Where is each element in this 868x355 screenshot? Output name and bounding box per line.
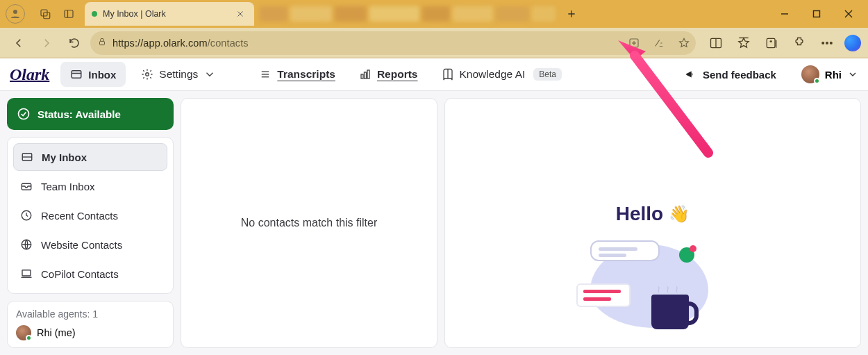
favorite-star-icon[interactable] <box>676 35 692 51</box>
avatar <box>801 65 819 83</box>
online-dot-icon <box>26 335 32 341</box>
shopping-icon[interactable] <box>626 35 642 51</box>
new-tab-button[interactable] <box>561 3 582 24</box>
agents-title: Available agents: 1 <box>16 308 165 320</box>
svg-point-30 <box>19 109 29 119</box>
more-menu-icon[interactable] <box>817 33 837 53</box>
gear-icon <box>141 68 153 81</box>
browser-tab[interactable]: My Inbox | Olark <box>85 2 254 26</box>
agents-card: Available agents: 1 Rhi (me) <box>7 301 174 348</box>
app-header: Olark Inbox Settings Transcripts Reports <box>0 58 868 91</box>
refresh-button[interactable] <box>62 31 86 55</box>
tab-title: My Inbox | Olark <box>103 9 228 19</box>
history-icon <box>20 209 33 222</box>
hello-heading: Hello 👋 <box>616 203 690 225</box>
lock-icon <box>97 37 107 49</box>
avatar <box>16 325 31 340</box>
team-inbox-icon <box>20 180 33 192</box>
online-dot-icon <box>814 78 820 84</box>
reports-link[interactable]: Reports <box>351 62 426 87</box>
settings-menu[interactable]: Settings <box>133 62 224 87</box>
hello-illustration: ≀ ≀ ≀ <box>576 233 729 338</box>
inbox-button[interactable]: Inbox <box>60 62 126 87</box>
svg-rect-21 <box>72 71 82 79</box>
svg-point-0 <box>13 10 17 14</box>
user-menu[interactable]: Rhi <box>801 65 858 83</box>
page-viewport: Olark Inbox Settings Transcripts Reports <box>0 58 868 355</box>
svg-rect-28 <box>364 72 366 79</box>
book-icon <box>442 68 454 81</box>
transcripts-link[interactable]: Transcripts <box>251 62 344 87</box>
status-button[interactable]: Status: Available <box>7 98 174 130</box>
browser-extension-icon[interactable] <box>789 33 810 53</box>
detail-panel: Hello 👋 ≀ ≀ ≀ <box>444 98 861 348</box>
chevron-down-icon <box>203 68 216 81</box>
forward-button[interactable] <box>35 31 58 55</box>
sidebar-item-team-inbox[interactable]: Team Inbox <box>13 172 167 200</box>
window-close-button[interactable] <box>833 3 864 24</box>
collections-icon[interactable] <box>761 33 782 53</box>
svg-rect-29 <box>367 70 369 79</box>
favorites-bar-icon[interactable] <box>733 33 754 53</box>
list-icon <box>259 68 272 81</box>
svg-rect-3 <box>65 10 73 18</box>
brand-logo[interactable]: Olark <box>10 65 49 84</box>
workspaces-icon[interactable] <box>33 3 57 24</box>
window-minimize-button[interactable] <box>769 3 800 24</box>
svg-point-23 <box>146 73 149 76</box>
tab-actions-icon[interactable] <box>57 3 81 24</box>
empty-state-text: No contacts match this filter <box>181 99 437 347</box>
browser-toolbar: https://app.olark.com/contacts <box>0 28 868 58</box>
sidebar-item-website-contacts[interactable]: Website Contacts <box>13 231 167 258</box>
inbox-button-label: Inbox <box>88 69 116 81</box>
svg-point-18 <box>822 42 824 44</box>
agent-row[interactable]: Rhi (me) <box>16 325 165 340</box>
check-circle-icon <box>17 107 31 121</box>
svg-rect-7 <box>100 41 105 44</box>
url-text: https://app.olark.com/contacts <box>112 38 249 49</box>
back-button[interactable] <box>7 31 31 55</box>
svg-rect-6 <box>814 11 820 17</box>
wave-icon: 👋 <box>669 204 690 224</box>
sidebar-item-copilot-contacts[interactable]: CoPilot Contacts <box>13 260 167 288</box>
beta-badge: Beta <box>533 68 562 81</box>
send-feedback-button[interactable]: Send feedback <box>685 68 776 81</box>
sidebar-nav: My Inbox Team Inbox Recent Contacts Webs… <box>7 137 174 294</box>
svg-point-19 <box>826 42 828 44</box>
copilot-icon[interactable] <box>844 35 861 51</box>
window-title-bar: My Inbox | Olark <box>0 0 868 28</box>
svg-rect-27 <box>361 74 363 79</box>
sidebar-item-recent-contacts[interactable]: Recent Contacts <box>13 201 167 229</box>
other-tabs-blurred <box>260 5 556 23</box>
browser-profile-button[interactable] <box>6 4 25 24</box>
read-aloud-icon[interactable] <box>651 35 667 51</box>
address-bar[interactable]: https://app.olark.com/contacts <box>90 31 696 55</box>
sidebar: Status: Available My Inbox Team Inbox Re… <box>7 98 174 348</box>
chevron-down-icon <box>847 69 858 80</box>
megaphone-icon <box>685 68 697 81</box>
svg-rect-14 <box>767 38 775 47</box>
svg-point-20 <box>831 42 833 44</box>
tab-close-icon[interactable] <box>233 7 247 21</box>
bar-chart-icon <box>359 68 372 81</box>
svg-rect-33 <box>22 183 31 190</box>
sidebar-item-my-inbox[interactable]: My Inbox <box>13 143 167 171</box>
knowledge-ai-link[interactable]: Knowledge AI Beta <box>433 62 570 87</box>
inbox-icon <box>21 151 33 163</box>
globe-icon <box>20 238 33 251</box>
laptop-icon <box>20 267 33 280</box>
window-maximize-button[interactable] <box>801 3 832 24</box>
contacts-list-panel: No contacts match this filter <box>181 98 437 348</box>
tab-favicon <box>92 11 97 17</box>
svg-rect-36 <box>22 270 31 276</box>
split-screen-icon[interactable] <box>706 33 726 53</box>
